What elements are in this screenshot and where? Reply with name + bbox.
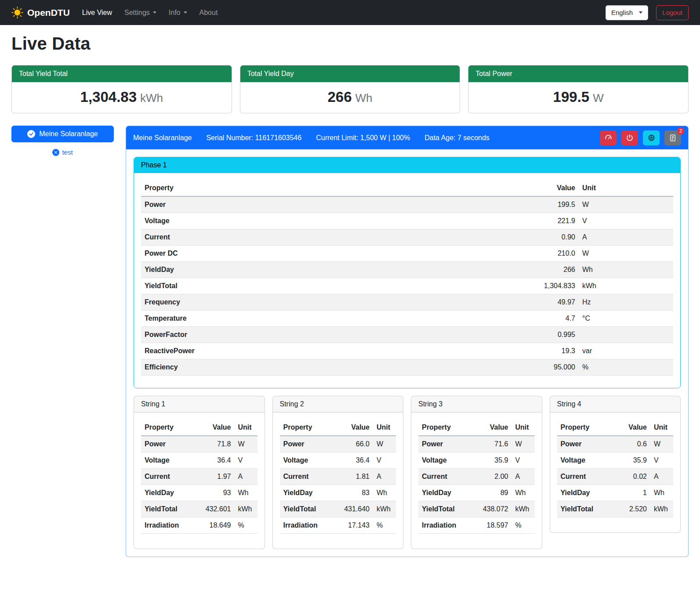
string-title: String 1 xyxy=(134,396,265,412)
nav-right: English Logout xyxy=(606,5,689,20)
property-cell: YieldTotal xyxy=(280,501,334,517)
chevron-down-icon xyxy=(639,11,642,14)
string-title: String 4 xyxy=(550,396,681,412)
unit-cell: W xyxy=(579,196,673,213)
table-row: Frequency49.97Hz xyxy=(141,294,673,311)
card-value: 199.5 xyxy=(553,89,590,105)
value-cell: 36.4 xyxy=(334,452,373,469)
string-1-card: String 1 Property Value Unit xyxy=(134,396,265,549)
string-3-card: String 3 Property Value Unit xyxy=(411,396,542,549)
unit-cell: W xyxy=(235,436,258,452)
value-cell: 432.601 xyxy=(195,501,235,517)
brand[interactable]: OpenDTU xyxy=(11,7,70,18)
unit-cell: kWh xyxy=(235,501,258,517)
unit-cell: W xyxy=(650,436,673,452)
table-row: Irradiation18.649% xyxy=(141,517,258,534)
inverter-select-test[interactable]: test xyxy=(11,148,114,156)
unit-cell: V xyxy=(512,452,535,469)
table-row: YieldTotal1,304.833kWh xyxy=(141,278,673,294)
property-cell: PowerFactor xyxy=(141,327,403,343)
nav-item-settings[interactable]: Settings xyxy=(118,5,163,20)
string-2-table: Property Value Unit Power66.0WVoltage36.… xyxy=(280,420,396,534)
inverter-name: Meine Solaranlage xyxy=(133,134,192,142)
unit-cell: Wh xyxy=(650,485,673,501)
inverter-actions: 2 xyxy=(600,130,681,145)
value-cell: 2.520 xyxy=(611,501,650,517)
column-header-value: Value xyxy=(611,420,650,436)
table-row: YieldTotal438.072kWh xyxy=(418,501,535,517)
table-row: Current0.02A xyxy=(557,469,674,485)
column-header-value: Value xyxy=(334,420,373,436)
value-cell: 83 xyxy=(334,485,373,501)
property-cell: Current xyxy=(418,469,472,485)
power-icon xyxy=(626,134,634,142)
total-power-card: Total Power 199.5W xyxy=(468,65,689,113)
property-cell: Irradiation xyxy=(280,517,334,534)
table-header-row: Property Value Unit xyxy=(557,420,674,436)
inverter-select-meine-solaranlage[interactable]: Meine Solaranlage xyxy=(11,126,114,142)
value-cell: 266 xyxy=(403,262,579,278)
device-info-button[interactable] xyxy=(643,130,660,145)
x-circle-icon xyxy=(52,149,59,156)
column-header-property: Property xyxy=(418,420,472,436)
value-cell: 35.9 xyxy=(611,452,650,469)
unit-cell: V xyxy=(579,213,673,229)
nav-links: Live View Settings Info About xyxy=(76,5,224,20)
column-header-property: Property xyxy=(141,420,195,436)
column-header-unit: Unit xyxy=(579,180,673,196)
unit-cell: % xyxy=(512,517,535,534)
value-cell: 438.072 xyxy=(472,501,512,517)
summary-cards: Total Yield Total 1,304.83kWh Total Yiel… xyxy=(11,65,689,113)
value-cell: 431.640 xyxy=(334,501,373,517)
property-cell: YieldDay xyxy=(418,485,472,501)
property-cell: YieldDay xyxy=(141,262,403,278)
gauge-icon xyxy=(604,134,613,142)
column-header-unit: Unit xyxy=(235,420,258,436)
value-cell: 2.00 xyxy=(472,469,512,485)
string-1-table: Property Value Unit Power71.8WVoltage36.… xyxy=(141,420,258,534)
language-select[interactable]: English xyxy=(606,5,648,20)
card-unit: kWh xyxy=(140,91,163,105)
table-row: Irradiation17.143% xyxy=(280,517,396,534)
nav-item-about[interactable]: About xyxy=(193,5,224,20)
nav-item-live-view[interactable]: Live View xyxy=(76,5,118,20)
property-cell: YieldDay xyxy=(280,485,334,501)
cpu-icon xyxy=(647,134,656,142)
nav-item-info[interactable]: Info xyxy=(163,5,193,20)
table-row: Power71.8W xyxy=(141,436,258,452)
total-yield-day-card: Total Yield Day 266Wh xyxy=(240,65,461,113)
table-row: PowerFactor0.995 xyxy=(141,327,673,343)
string-title: String 3 xyxy=(411,396,542,412)
unit-cell: A xyxy=(650,469,673,485)
card-unit: Wh xyxy=(355,91,373,105)
unit-cell: A xyxy=(579,229,673,246)
property-cell: Current xyxy=(141,229,403,246)
table-row: Voltage221.9V xyxy=(141,213,673,229)
value-cell: 0.995 xyxy=(403,327,579,343)
string-title: String 2 xyxy=(273,396,403,412)
logout-button[interactable]: Logout xyxy=(656,5,689,20)
column-header-property: Property xyxy=(141,180,403,196)
column-header-value: Value xyxy=(403,180,579,196)
power-toggle-button[interactable] xyxy=(621,130,638,145)
navbar: OpenDTU Live View Settings Info About En… xyxy=(0,0,700,25)
limit-settings-button[interactable] xyxy=(600,130,617,145)
string-4-table: Property Value Unit Power0.6WVoltage35.9… xyxy=(557,420,674,517)
strings-grid: String 1 Property Value Unit xyxy=(134,396,681,549)
main-content: Live Data Total Yield Total 1,304.83kWh … xyxy=(0,25,700,569)
table-row: Power66.0W xyxy=(280,436,396,452)
unit-cell: var xyxy=(579,343,673,359)
inverter-sidebar: Meine Solaranlage test xyxy=(11,126,114,156)
table-row: Current0.90A xyxy=(141,229,673,246)
value-cell: 1,304.833 xyxy=(403,278,579,294)
table-row: YieldTotal432.601kWh xyxy=(141,501,258,517)
table-row: YieldTotal2.520kWh xyxy=(557,501,674,517)
event-log-button[interactable]: 2 xyxy=(664,130,681,145)
table-row: Temperature4.7°C xyxy=(141,311,673,327)
property-cell: YieldTotal xyxy=(418,501,472,517)
value-cell: 18.649 xyxy=(195,517,235,534)
value-cell: 71.8 xyxy=(195,436,235,452)
unit-cell: kWh xyxy=(512,501,535,517)
string-2-card: String 2 Property Value Unit xyxy=(272,396,404,549)
property-cell: YieldTotal xyxy=(557,501,611,517)
